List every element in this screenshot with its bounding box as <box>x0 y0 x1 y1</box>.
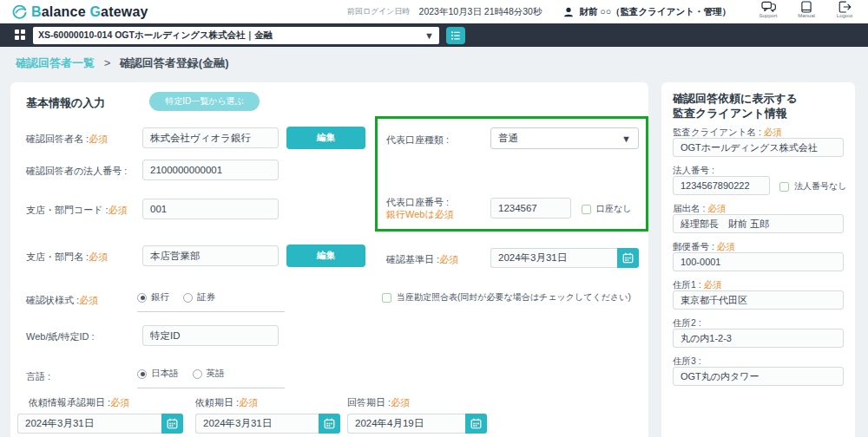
respondent-corporate-number-label: 確認回答者の法人番号 : <box>26 165 127 178</box>
respondent-name-edit-button[interactable]: 編集 <box>286 127 365 149</box>
base-date-input[interactable]: 2024年3月31日 <box>490 248 617 268</box>
radio-option-japanese[interactable]: 日本語 <box>137 368 179 380</box>
respondent-name-label: 確認回答者名 :必須 <box>26 133 108 146</box>
radio-icon <box>183 293 193 303</box>
engagement-selected-value: XS-60000010-014 OGTホールディングス株式会社｜金融 <box>38 29 424 42</box>
client-name-label: 監査クライアント名 : 必須 <box>673 127 782 139</box>
breadcrumb-separator: > <box>104 56 111 69</box>
answer-due-calendar-button[interactable] <box>465 414 487 434</box>
support-label: Support <box>759 13 777 18</box>
radio-option-english[interactable]: 英語 <box>193 368 225 380</box>
language-radio-group: 日本語 英語 <box>137 368 285 388</box>
chevron-down-icon: ▼ <box>424 30 434 41</box>
approval-due-group: 2024年3月31日 <box>17 414 183 434</box>
support-icon <box>761 1 776 13</box>
sidebar-title-line2: 監査クライアント情報 <box>673 106 787 121</box>
client-corporate-number-label: 法人番号 : <box>673 165 714 177</box>
answer-due-group: 2024年4月19日 <box>347 414 487 434</box>
account-number-label: 代表口座番号 : <box>386 196 449 209</box>
pick-specific-id-button[interactable]: 特定ID一覧から選ぶ <box>149 92 260 111</box>
logout-icon <box>838 1 852 13</box>
approval-due-input[interactable]: 2024年3月31日 <box>17 414 161 434</box>
engagement-bar: XS-60000010-014 OGTホールディングス株式会社｜金融 ▼ <box>0 23 868 47</box>
address3-label: 住所3 : <box>673 355 701 368</box>
request-due-label: 依頼期日 :必須 <box>195 396 258 409</box>
submitted-name-label: 届出名 : 必須 <box>673 203 726 215</box>
brand: Balance Gateway <box>12 4 148 20</box>
client-name-input[interactable] <box>673 138 844 157</box>
submitted-name-input[interactable] <box>673 214 844 233</box>
breadcrumb-current: 確認回答者登録(金融) <box>120 56 229 69</box>
address3-input[interactable] <box>673 367 844 386</box>
request-due-input[interactable]: 2024年3月31日 <box>195 414 319 434</box>
no-account-checkbox-label: 口座なし <box>596 203 631 215</box>
address1-input[interactable] <box>673 290 844 310</box>
branch-name-edit-button[interactable]: 編集 <box>286 245 365 267</box>
last-login-value: 2023年10月3日 21時48分30秒 <box>419 6 542 18</box>
manual-label: Manual <box>798 13 815 18</box>
postal-code-label: 郵便番号 : 必須 <box>673 241 735 253</box>
address2-input[interactable] <box>673 329 844 348</box>
current-user: 財前 ○○（監査クライアント・管理） <box>562 6 731 18</box>
audit-client-panel: 確認回答依頼に表示する 監査クライアント情報 監査クライアント名 : 必須 法人… <box>661 82 855 437</box>
branch-name-label: 支店・部門名 :必須 <box>26 251 108 264</box>
radio-icon <box>137 369 147 379</box>
header-right: 前回ログイン日時 2023年10月3日 21時48分30秒 財前 ○○（監査クラ… <box>347 0 859 23</box>
support-button[interactable]: Support <box>753 1 783 23</box>
web-paper-id-label: Web/紙/特定ID : <box>26 330 95 343</box>
user-name: 財前 ○○（監査クライアント・管理） <box>579 6 731 18</box>
calendar-icon <box>167 418 178 429</box>
branch-name-input[interactable] <box>142 245 279 266</box>
manual-button[interactable]: Manual <box>792 1 821 23</box>
language-label: 言語 : <box>26 370 50 383</box>
branch-code-input[interactable] <box>142 199 279 219</box>
radio-option-bank[interactable]: 銀行 <box>137 291 169 303</box>
no-account-checkbox-row: 口座なし <box>582 203 631 215</box>
account-type-select[interactable]: 普通 ▼ <box>490 127 639 149</box>
respondent-name-input[interactable] <box>142 127 279 148</box>
address1-label: 住所1 : 必須 <box>673 279 722 291</box>
no-corporate-number-checkbox-row: 法人番号なし <box>779 180 846 192</box>
confirmation-form-radio-group: 銀行 証券 <box>137 291 285 312</box>
no-corporate-number-checkbox[interactable] <box>779 182 789 192</box>
top-header: Balance Gateway 前回ログイン日時 2023年10月3日 21時4… <box>0 0 868 23</box>
checking-statement-checkbox[interactable] <box>382 293 391 303</box>
logout-label: Logout <box>837 13 852 18</box>
approval-due-label: 依頼情報承認期日 :必須 <box>29 396 129 409</box>
engagement-list-button[interactable] <box>446 27 465 44</box>
no-corporate-number-checkbox-label: 法人番号なし <box>794 180 846 192</box>
respondent-corporate-number-input[interactable] <box>142 160 279 180</box>
radio-icon <box>193 369 202 379</box>
calendar-icon <box>324 418 335 429</box>
checking-statement-checkbox-label: 当座勘定照合表(同封が必要な場合はチェックしてください) <box>397 291 631 303</box>
chevron-down-icon: ▼ <box>621 134 631 144</box>
base-date-label: 確認基準日 :必須 <box>386 253 458 266</box>
brand-name: Balance Gateway <box>31 4 148 20</box>
account-number-input[interactable] <box>490 198 571 218</box>
postal-code-input[interactable] <box>673 252 844 271</box>
account-type-label: 代表口座種類 : <box>386 134 449 147</box>
engagement-select[interactable]: XS-60000010-014 OGTホールディングス株式会社｜金融 ▼ <box>33 27 439 44</box>
approval-due-calendar-button[interactable] <box>161 414 183 434</box>
answer-due-label: 回答期日 :必須 <box>347 396 410 409</box>
manual-icon <box>800 1 812 13</box>
section-title: 基本情報の入力 <box>26 95 105 111</box>
account-number-note: 銀行Webは必須 <box>386 208 454 221</box>
apps-grid-icon[interactable] <box>15 29 26 41</box>
calendar-icon <box>622 252 634 264</box>
request-due-calendar-button[interactable] <box>319 414 340 434</box>
base-date-group: 2024年3月31日 <box>490 248 639 268</box>
last-login-label: 前回ログイン日時 <box>347 6 411 17</box>
radio-option-securities[interactable]: 証券 <box>183 291 215 303</box>
base-date-calendar-button[interactable] <box>617 248 639 268</box>
web-paper-id-input[interactable] <box>142 325 279 346</box>
user-icon <box>562 6 575 18</box>
basic-info-panel: 基本情報の入力 特定ID一覧から選ぶ 確認回答者名 :必須 編集 確認回答者の法… <box>10 82 648 437</box>
account-type-value: 普通 <box>498 132 621 145</box>
request-due-group: 2024年3月31日 <box>195 414 340 434</box>
no-account-checkbox[interactable] <box>582 205 591 214</box>
breadcrumb-respondent-list-link[interactable]: 確認回答者一覧 <box>16 56 95 69</box>
logout-button[interactable]: Logout <box>830 1 859 23</box>
client-corporate-number-input[interactable] <box>673 176 770 195</box>
answer-due-input[interactable]: 2024年4月19日 <box>347 414 465 434</box>
